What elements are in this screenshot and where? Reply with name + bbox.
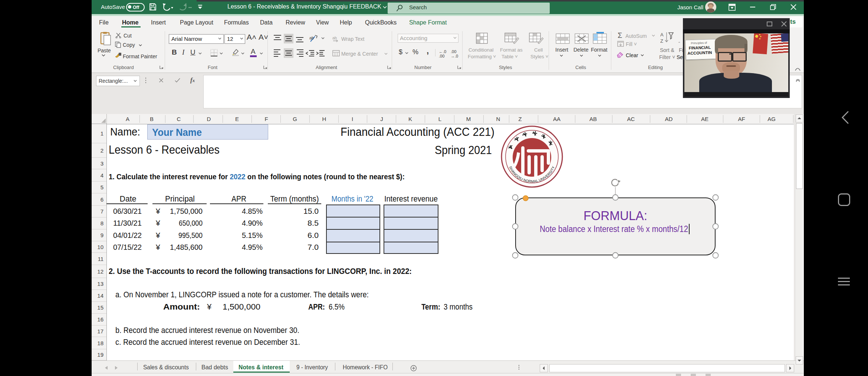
svg-text:A: A	[660, 32, 664, 37]
svg-text:Z: Z	[660, 38, 663, 44]
svg-text:ab: ab	[309, 36, 314, 40]
svg-text:ab: ab	[332, 36, 337, 40]
